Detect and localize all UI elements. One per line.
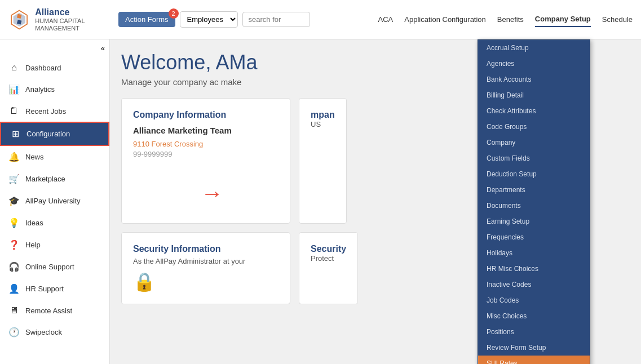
sidebar-item-swipeclock[interactable]: 🕐 Swipeclock <box>0 321 109 343</box>
online-support-icon: 🎧 <box>8 261 20 272</box>
sidebar-collapse-button[interactable]: « <box>0 39 109 57</box>
red-arrow-icon: → <box>201 181 223 206</box>
dropdown-item-documents[interactable]: Documents <box>478 198 590 214</box>
lock-icon: 🔒 <box>133 271 278 292</box>
logo-name: Alliance <box>35 7 118 17</box>
sidebar-item-allpay-university[interactable]: 🎓 AllPay University <box>0 190 109 212</box>
security-partial-sub: Protect <box>311 254 346 263</box>
sidebar-item-dashboard[interactable]: ⌂ Dashboard <box>0 57 109 78</box>
company-info-card: Company Information Alliance Marketing T… <box>121 98 290 224</box>
hr-support-icon: 👤 <box>8 283 20 294</box>
company-phone: 99-9999999 <box>133 150 278 158</box>
dropdown-item-bank-accounts[interactable]: Bank Accounts <box>478 72 590 87</box>
dropdown-item-agencies[interactable]: Agencies <box>478 56 590 72</box>
logo-area: Alliance HUMAN CAPITAL MANAGEMENT <box>8 7 118 33</box>
header: Alliance HUMAN CAPITAL MANAGEMENT Action… <box>0 0 641 39</box>
search-input[interactable] <box>242 12 310 27</box>
welcome-title: Welcome, AMa <box>121 51 257 74</box>
dropdown-item-departments[interactable]: Departments <box>478 182 590 198</box>
nav-benefits[interactable]: Benefits <box>497 12 524 26</box>
nav-schedule[interactable]: Schedule <box>602 12 633 26</box>
nav-company-setup[interactable]: Company Setup <box>535 12 591 27</box>
sidebar-item-news[interactable]: 🔔 News <box>0 146 109 168</box>
dropdown-item-company[interactable]: Company <box>478 135 590 150</box>
security-card-subtitle: As the AllPay Administrator at your <box>133 257 278 265</box>
dropdown-item-billing-detail[interactable]: Billing Detail <box>478 87 590 103</box>
configuration-icon: ⊞ <box>10 128 21 139</box>
company-setup-dropdown: Accrual Setup Agencies Bank Accounts Bil… <box>478 39 590 364</box>
collapse-icon: « <box>101 44 105 52</box>
sidebar-item-help[interactable]: ❓ Help <box>0 234 109 256</box>
security-partial-title: Security <box>311 244 346 254</box>
sidebar-item-configuration[interactable]: ⊞ Configuration <box>0 122 109 146</box>
dropdown-item-check-attributes[interactable]: Check Attributes <box>478 103 590 119</box>
dropdown-item-code-groups[interactable]: Code Groups <box>478 119 590 135</box>
remote-assist-icon: 🖥 <box>8 305 20 316</box>
allpay-university-icon: 🎓 <box>8 196 20 206</box>
recent-jobs-icon: 🗒 <box>8 106 20 116</box>
dropdown-item-sui-rates[interactable]: SUI Rates <box>478 356 590 364</box>
logo-subtitle: HUMAN CAPITAL MANAGEMENT <box>35 17 85 32</box>
dropdown-item-accrual-setup[interactable]: Accrual Setup <box>478 40 590 56</box>
company-address: 9110 Forest Crossing <box>133 140 278 148</box>
marketplace-icon: 🛒 <box>8 174 20 184</box>
help-icon: ❓ <box>8 239 20 250</box>
dropdown-item-positions[interactable]: Positions <box>478 324 590 340</box>
sidebar-item-online-support[interactable]: 🎧 Online Support <box>0 256 109 278</box>
security-info-card: Security Information As the AllPay Admin… <box>121 232 290 304</box>
sidebar-item-ideas[interactable]: 💡 Ideas <box>0 212 109 234</box>
nav-aca[interactable]: ACA <box>378 12 394 26</box>
dropdown-item-earning-setup[interactable]: Earning Setup <box>478 214 590 229</box>
alliance-logo-icon <box>8 7 30 32</box>
swipeclock-icon: 🕐 <box>8 327 20 338</box>
dropdown-item-custom-fields[interactable]: Custom Fields <box>478 150 590 166</box>
security-partial-card: Security Protect <box>299 232 358 304</box>
action-forms-button[interactable]: Action Forms 2 <box>118 12 175 27</box>
sidebar-item-remote-assist[interactable]: 🖥 Remote Assist <box>0 300 109 321</box>
dropdown-item-job-codes[interactable]: Job Codes <box>478 292 590 308</box>
nav-app-config[interactable]: Application Configuration <box>404 12 486 26</box>
top-nav: ACA Application Configuration Benefits C… <box>378 12 633 27</box>
partial-company-title: mpan <box>311 110 335 120</box>
security-card-title: Security Information <box>133 244 278 254</box>
dropdown-item-misc-choices[interactable]: Misc Choices <box>478 308 590 324</box>
sidebar-item-hr-support[interactable]: 👤 HR Support <box>0 278 109 300</box>
ideas-icon: 💡 <box>8 217 20 228</box>
action-forms-area: Action Forms 2 Employees <box>118 11 310 28</box>
sidebar-item-marketplace[interactable]: 🛒 Marketplace <box>0 168 109 190</box>
sidebar: « ⌂ Dashboard 📊 Analytics 🗒 Recent Jobs … <box>0 39 110 364</box>
dropdown-item-inactive-codes[interactable]: Inactive Codes <box>478 277 590 292</box>
company-card-title: Company Information <box>133 110 278 120</box>
analytics-icon: 📊 <box>8 84 20 95</box>
company-name: Alliance Marketing Team <box>133 126 278 135</box>
dropdown-item-review-form-setup[interactable]: Review Form Setup <box>478 340 590 356</box>
dashboard-icon: ⌂ <box>8 63 20 73</box>
dropdown-item-deduction-setup[interactable]: Deduction Setup <box>478 166 590 182</box>
news-icon: 🔔 <box>8 152 20 162</box>
action-forms-badge: 2 <box>169 8 179 19</box>
employees-select[interactable]: Employees <box>180 11 238 28</box>
dropdown-item-hr-misc-choices[interactable]: HR Misc Choices <box>478 261 590 277</box>
sidebar-item-recent-jobs[interactable]: 🗒 Recent Jobs <box>0 100 109 122</box>
dropdown-item-holidays[interactable]: Holidays <box>478 245 590 261</box>
partial-company-card: mpan US <box>299 98 347 224</box>
partial-company-sub: US <box>311 120 335 128</box>
dropdown-item-frequencies[interactable]: Frequencies <box>478 229 590 245</box>
sidebar-item-analytics[interactable]: 📊 Analytics <box>0 78 109 100</box>
arrow-area: → <box>133 175 278 212</box>
